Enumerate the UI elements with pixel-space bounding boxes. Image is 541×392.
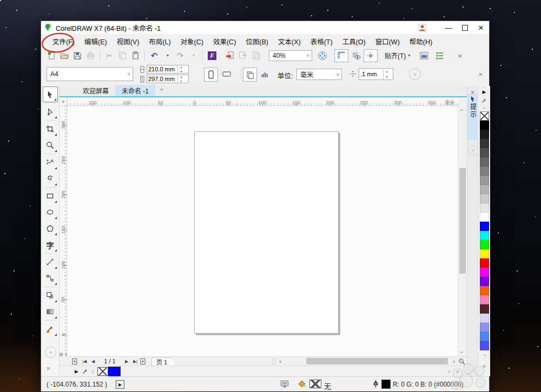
scroll-left-icon[interactable]: ‹: [276, 358, 285, 364]
propbar-overflow-button[interactable]: »: [479, 70, 483, 78]
redo-dropdown[interactable]: ▾: [187, 50, 199, 62]
publish-pdf-button[interactable]: [250, 50, 262, 62]
palette-scroll-left-icon[interactable]: ‹: [92, 368, 94, 375]
page-width-field[interactable]: ▲▼: [147, 65, 189, 74]
status-monitor-icon[interactable]: [280, 380, 289, 388]
menu-item[interactable]: 窗口(W): [371, 34, 405, 49]
menu-item[interactable]: 帮助(H): [405, 34, 437, 49]
all-pages-button[interactable]: [243, 68, 257, 82]
color-swatch[interactable]: [480, 304, 489, 314]
tab-untitled-document[interactable]: 未命名 -1: [115, 85, 155, 96]
add-page-start-button[interactable]: [71, 358, 80, 365]
color-swatch[interactable]: [480, 203, 489, 212]
shape-tool[interactable]: [43, 104, 58, 119]
page-height-spinner[interactable]: ▲▼: [177, 75, 184, 83]
color-swatch[interactable]: [480, 286, 489, 295]
current-page-button[interactable]: [258, 68, 271, 81]
nudge-offset-input[interactable]: [359, 71, 383, 77]
connector-tool[interactable]: [43, 270, 58, 286]
maximize-button[interactable]: [457, 22, 473, 34]
color-swatch[interactable]: [480, 176, 489, 185]
menu-item[interactable]: 位图(B): [241, 34, 273, 49]
menu-item[interactable]: 对象(C): [176, 34, 208, 49]
polygon-tool[interactable]: [43, 221, 58, 236]
snap-to-dropdown[interactable]: 贴齐(T) ▾: [382, 50, 412, 62]
spin-up-icon[interactable]: ▲: [178, 65, 184, 69]
color-swatch[interactable]: [480, 121, 489, 130]
drop-shadow-tool[interactable]: [43, 288, 58, 303]
color-swatch[interactable]: [480, 231, 489, 240]
palette-eyedropper-icon[interactable]: [82, 368, 89, 375]
menu-item[interactable]: 工具(O): [338, 34, 371, 49]
new-document-tab-button[interactable]: +: [155, 85, 168, 96]
color-swatch[interactable]: [480, 185, 489, 194]
units-combo[interactable]: 毫米 ˅: [296, 69, 342, 80]
ellipse-tool[interactable]: [43, 204, 58, 220]
tab-welcome-screen[interactable]: 欢迎屏幕: [76, 85, 115, 96]
show-grid-button[interactable]: [349, 50, 362, 62]
minimize-button[interactable]: —: [440, 22, 457, 34]
spin-down-icon[interactable]: ▼: [178, 79, 184, 83]
vertical-scroll-thumb[interactable]: [459, 168, 466, 274]
zoom-level-combo[interactable]: 40% ˅: [269, 50, 312, 61]
transparency-tool[interactable]: [43, 304, 58, 320]
nudge-spinner[interactable]: ▲▼: [383, 69, 390, 79]
color-swatch[interactable]: [480, 268, 489, 277]
spin-up-icon[interactable]: ▲: [384, 69, 390, 74]
page-1-tab[interactable]: 页 1: [151, 357, 175, 366]
page-height-input[interactable]: [147, 76, 177, 82]
vertical-scrollbar[interactable]: ‹ ›: [458, 106, 467, 356]
toolbox-add-button[interactable]: +: [45, 347, 56, 358]
color-swatch[interactable]: [480, 295, 489, 304]
freehand-tool[interactable]: [43, 155, 58, 170]
first-page-button[interactable]: |◀: [80, 359, 89, 364]
close-button[interactable]: ✕: [473, 22, 489, 34]
cut-button[interactable]: ✂: [103, 50, 115, 62]
palette-scroll-down-icon[interactable]: ›: [480, 352, 488, 358]
rectangle-tool[interactable]: [43, 188, 58, 204]
ruler-origin-icon[interactable]: ✛: [60, 98, 67, 106]
redo-button[interactable]: ↷: [174, 50, 186, 62]
add-page-end-button[interactable]: [140, 358, 148, 365]
menu-item[interactable]: 文本(X): [273, 34, 306, 49]
status-play-icon[interactable]: ▶: [116, 380, 124, 389]
copy-button[interactable]: [116, 50, 128, 62]
import-button[interactable]: [224, 50, 236, 62]
last-page-button[interactable]: ▶|: [131, 359, 140, 364]
color-swatch[interactable]: [480, 194, 489, 203]
color-swatch[interactable]: [480, 157, 489, 167]
color-swatch[interactable]: [480, 341, 489, 350]
color-swatch[interactable]: [480, 240, 489, 249]
status-fill-bucket-icon[interactable]: [298, 380, 306, 388]
landscape-button[interactable]: [220, 68, 233, 81]
nudge-offset-field[interactable]: ▲▼: [359, 68, 393, 80]
no-color-swatch[interactable]: [97, 367, 108, 376]
spin-up-icon[interactable]: ▲: [178, 75, 184, 79]
paste-button[interactable]: [129, 50, 141, 62]
color-swatch[interactable]: [480, 277, 489, 286]
color-swatch[interactable]: [480, 212, 489, 222]
menu-item[interactable]: 视图(V): [112, 34, 144, 49]
color-swatch[interactable]: [480, 222, 489, 231]
propbar-add-button[interactable]: +: [409, 68, 421, 80]
export-button[interactable]: [237, 50, 249, 62]
spin-down-icon[interactable]: ▼: [384, 74, 390, 79]
color-swatch[interactable]: [480, 167, 489, 176]
document-color-swatch[interactable]: [108, 367, 121, 376]
smart-drawing-tool[interactable]: [43, 171, 58, 187]
fullscreen-preview-button[interactable]: [316, 50, 328, 62]
horizontal-scroll-track[interactable]: [285, 358, 450, 364]
crop-tool[interactable]: [43, 121, 58, 137]
menu-item[interactable]: 布局(L): [144, 34, 175, 49]
account-sign-in-icon[interactable]: [418, 24, 426, 32]
color-swatch[interactable]: [480, 323, 489, 332]
scroll-up-icon[interactable]: ‹: [458, 106, 466, 114]
palette-eyedropper-icon[interactable]: [481, 97, 487, 104]
color-swatch[interactable]: [480, 249, 489, 258]
options-button[interactable]: [418, 50, 430, 62]
menu-item[interactable]: 效果(C): [208, 34, 241, 49]
application-launcher-button[interactable]: [434, 50, 446, 62]
show-rulers-button[interactable]: [334, 49, 348, 62]
flyout-arrow-icon[interactable]: ▶: [75, 369, 78, 374]
pick-tool[interactable]: [43, 87, 58, 102]
